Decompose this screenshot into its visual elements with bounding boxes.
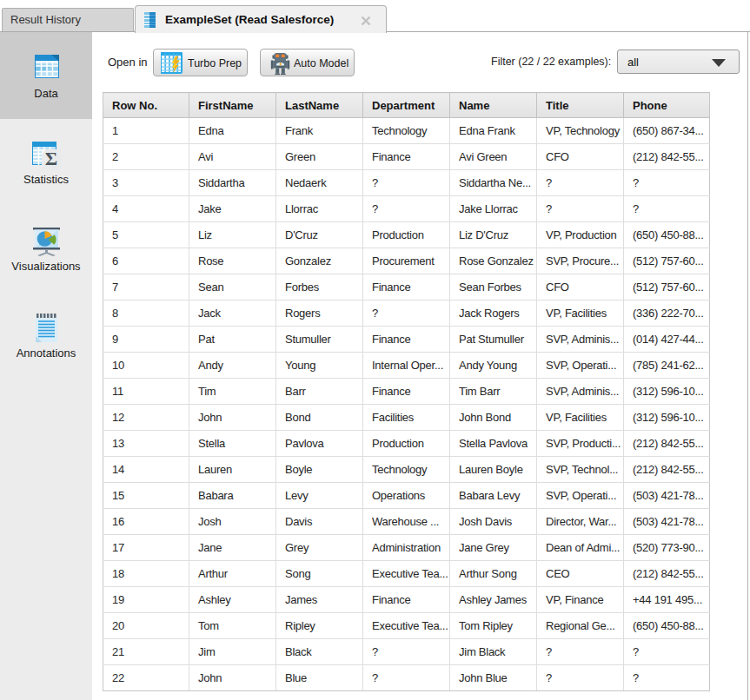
svg-text:Σ: Σ [45,148,57,169]
